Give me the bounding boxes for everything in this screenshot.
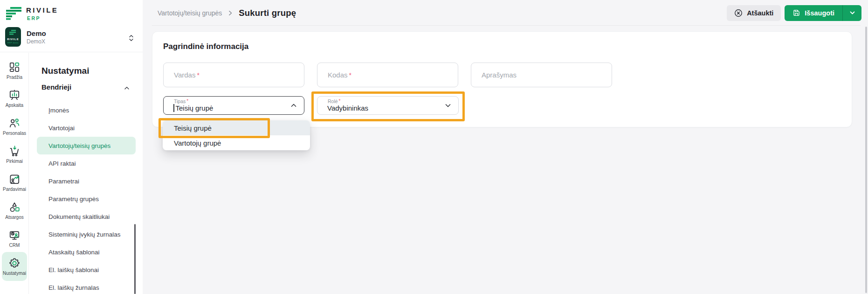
menu-section-bendrieji[interactable]: Bendrieji <box>41 83 130 91</box>
cancel-circle-icon <box>734 9 743 17</box>
nav-item-pirkimai[interactable]: Pirkimai <box>0 140 29 168</box>
description-field[interactable]: Aprašymas <box>471 63 612 87</box>
brand-product: ERP <box>27 15 41 21</box>
nav-item-pardavimai[interactable]: Pardavimai <box>0 168 29 196</box>
nav-item-pradzia[interactable]: Pradžia <box>0 56 29 84</box>
menu-item-ataskaitu-sablonai[interactable]: Ataskaitų šablonai <box>29 243 143 261</box>
chevron-down-icon <box>849 9 856 16</box>
menu-item-sisteminiu-ivykiu-zurnalas[interactable]: Sisteminių įvykių žurnalas <box>29 225 143 243</box>
nav-rail: Pradžia Apskaita Personalas <box>0 53 29 294</box>
menu-list: Įmonės Vartotojai Vartotojų/teisių grupė… <box>29 101 143 294</box>
svg-text:ERP demo: ERP demo <box>7 42 19 44</box>
cancel-label: Atšaukti <box>747 9 773 17</box>
chevron-right-icon <box>227 10 234 16</box>
chevron-up-icon <box>124 85 130 91</box>
menu-item-imones[interactable]: Įmonės <box>29 101 143 119</box>
menu-item-vartotoju-teisiu-grupes[interactable]: Vartotojų/teisių grupės <box>37 137 136 154</box>
save-label: Išsaugoti <box>805 9 834 17</box>
text-cursor <box>173 104 174 112</box>
nav-item-atsargos[interactable]: Atsargos <box>0 196 29 224</box>
role-select[interactable]: Rolė * Vadybininkas <box>317 96 459 115</box>
main-area: Vartotojų/teisių grupės Sukurti grupę At… <box>143 0 868 294</box>
nav-label: Pardavimai <box>3 187 26 192</box>
description-field-placeholder: Aprašymas <box>482 71 517 79</box>
rivile-logo-icon <box>5 6 23 21</box>
chevron-down-icon[interactable] <box>444 102 452 109</box>
option-teisiu-grupe[interactable]: Teisių grupė <box>163 120 310 135</box>
cancel-button[interactable]: Atšaukti <box>727 5 781 21</box>
card-title: Pagrindinė informacija <box>163 42 248 51</box>
role-select-label: Rolė * <box>328 98 341 104</box>
required-marker: * <box>197 71 199 79</box>
nav-item-crm[interactable]: CRM <box>0 224 29 252</box>
sidebar-panel: RIVILE ERP RIVILE ERP demo Demo DemoX <box>0 0 143 294</box>
main-info-card: Pagrindinė informacija Vardas * Kodas * … <box>152 31 852 127</box>
nav-label: Pirkimai <box>6 159 23 164</box>
topbar-actions: Atšaukti Išsaugoti <box>727 5 861 21</box>
settings-menu: Nustatymai Bendrieji Įmonės Vartotojai V… <box>29 53 143 294</box>
topbar-divider <box>152 25 861 26</box>
chart-board-icon <box>8 89 21 101</box>
gear-icon <box>8 257 21 269</box>
name-field-placeholder: Vardas <box>174 71 195 79</box>
dashboard-icon <box>8 61 21 73</box>
sales-chart-icon <box>8 173 21 185</box>
nav-label: Personalas <box>3 131 26 136</box>
required-marker: * <box>349 71 351 79</box>
sidebar-header: RIVILE ERP RIVILE ERP demo Demo DemoX <box>0 0 143 52</box>
svg-text:RIVILE: RIVILE <box>7 38 19 41</box>
menu-section-label: Bendrieji <box>41 83 71 91</box>
menu-item-api-raktai[interactable]: API raktai <box>29 154 143 172</box>
sidebar-scrollbar[interactable] <box>134 224 136 294</box>
company-selector[interactable]: RIVILE ERP demo Demo DemoX <box>0 24 143 49</box>
topbar: Vartotojų/teisių grupės Sukurti grupę At… <box>143 0 868 26</box>
required-marker: * <box>339 98 341 104</box>
breadcrumb-separator <box>227 10 234 16</box>
nav-label: Nustatymai <box>3 271 26 276</box>
type-select-label: Tipas * <box>174 98 188 104</box>
save-button[interactable]: Išsaugoti <box>785 5 842 21</box>
unfold-icon[interactable] <box>128 34 135 42</box>
main-scrollbar[interactable] <box>865 27 867 293</box>
type-select[interactable]: Tipas * Teisių grupė <box>163 96 304 115</box>
users-icon <box>8 117 21 129</box>
chevron-up-icon[interactable] <box>290 102 297 109</box>
menu-item-parametru-grupes[interactable]: Parametrų grupės <box>29 190 143 208</box>
app-root: RIVILE ERP RIVILE ERP demo Demo DemoX <box>0 0 868 294</box>
company-logo: RIVILE ERP demo <box>5 27 21 47</box>
role-select-value: Vadybininkas <box>327 104 368 112</box>
cart-icon <box>8 145 21 157</box>
nav-label: Apskaita <box>6 103 23 108</box>
menu-item-el-laisku-zurnalas[interactable]: El. laiškų žurnalas <box>29 279 143 294</box>
page-title: Sukurti grupę <box>239 8 296 18</box>
menu-item-dokumentu-skaitliukai[interactable]: Dokumentų skaitliukai <box>29 208 143 225</box>
menu-title: Nustatymai <box>41 66 89 76</box>
company-code: DemoX <box>27 38 45 45</box>
type-select-value: Teisių grupė <box>173 104 213 112</box>
company-name: Demo <box>27 29 46 37</box>
nav-item-apskaita[interactable]: Apskaita <box>0 84 29 112</box>
menu-item-el-laisku-sablonai[interactable]: El. laiškų šablonai <box>29 261 143 279</box>
shapes-icon <box>8 201 21 213</box>
code-field-placeholder: Kodas <box>328 71 348 79</box>
save-split-button: Išsaugoti <box>785 5 861 21</box>
option-vartotoju-grupe[interactable]: Vartotojų grupė <box>163 135 310 150</box>
nav-label: Pradžia <box>7 75 22 80</box>
nav-label: Atsargos <box>5 215 23 220</box>
required-marker: * <box>186 98 188 104</box>
nav-item-nustatymai[interactable]: Nustatymai <box>0 252 29 280</box>
menu-item-parametrai[interactable]: Parametrai <box>29 172 143 190</box>
nav-label: CRM <box>9 243 20 248</box>
breadcrumb[interactable]: Vartotojų/teisių grupės <box>158 9 222 17</box>
crm-monitor-icon <box>8 229 21 241</box>
code-field[interactable]: Kodas * <box>317 63 458 87</box>
type-select-dropdown: Teisių grupė Vartotojų grupė <box>163 120 310 150</box>
nav-item-personalas[interactable]: Personalas <box>0 112 29 140</box>
menu-item-vartotojai[interactable]: Vartotojai <box>29 119 143 137</box>
save-options-button[interactable] <box>843 5 861 21</box>
name-field[interactable]: Vardas * <box>163 63 304 87</box>
brand-name: RIVILE <box>26 6 58 14</box>
save-icon <box>792 9 800 17</box>
